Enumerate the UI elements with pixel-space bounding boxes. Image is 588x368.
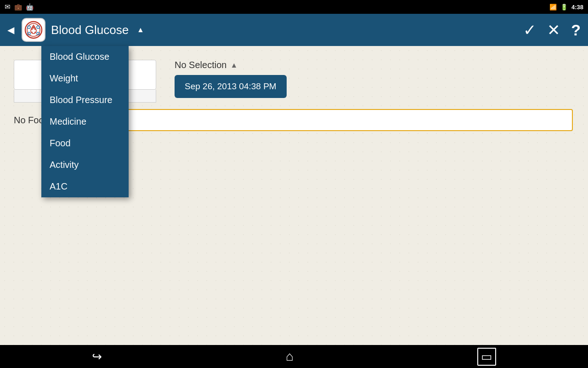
menu-item-blood-pressure[interactable]: Blood Pressure [41, 89, 129, 111]
status-bar: ✉ 💼 🤖 📶 🔋 4:38 [0, 0, 588, 14]
help-button[interactable]: ? [571, 21, 581, 39]
menu-item-food[interactable]: Food [41, 132, 129, 154]
mail-icon: ✉ [5, 3, 11, 11]
app-logo-svg [24, 21, 43, 39]
bottom-nav: ↩ ⌂ ▭ [0, 345, 588, 368]
app-bar-actions: ✓ ✕ ? [523, 21, 581, 39]
selection-section: No Selection ▲ Sep 26, 2013 04:38 PM [175, 60, 287, 98]
menu-item-activity[interactable]: Activity [41, 154, 129, 176]
nav-recents-button[interactable]: ▭ [477, 348, 496, 366]
confirm-button[interactable]: ✓ [523, 21, 536, 39]
back-arrow-icon[interactable]: ◀ [7, 24, 14, 35]
cancel-button[interactable]: ✕ [547, 21, 560, 39]
no-selection-text: No Selection [175, 60, 226, 70]
status-right-icons: 📶 🔋 4:38 [549, 4, 583, 11]
svg-rect-3 [31, 30, 36, 32]
app-icon [22, 18, 45, 42]
menu-item-weight[interactable]: Weight [41, 68, 129, 89]
nav-home-button[interactable]: ⌂ [286, 349, 294, 364]
briefcase-icon: 💼 [14, 3, 22, 11]
menu-item-blood-glucose[interactable]: Blood Glucose [41, 46, 129, 68]
selection-dropdown-arrow-icon[interactable]: ▲ [230, 61, 237, 69]
robot-icon: 🤖 [26, 3, 34, 11]
menu-item-a1c[interactable]: A1C [41, 176, 129, 197]
app-bar: ◀ Blood Glucose ▲ ✓ ✕ ? [0, 14, 588, 46]
wifi-icon: 📶 [549, 4, 557, 11]
notes-input[interactable] [54, 109, 573, 131]
title-dropdown-arrow-icon[interactable]: ▲ [137, 26, 144, 34]
dropdown-menu: Blood Glucose Weight Blood Pressure Medi… [41, 46, 129, 197]
date-time-button[interactable]: Sep 26, 2013 04:38 PM [175, 75, 287, 98]
status-left-icons: ✉ 💼 🤖 [5, 3, 34, 11]
app-bar-left: ◀ Blood Glucose ▲ [7, 18, 523, 42]
no-selection-row: No Selection ▲ [175, 60, 237, 70]
menu-item-medicine[interactable]: Medicine [41, 111, 129, 132]
battery-icon: 🔋 [560, 4, 568, 11]
nav-back-button[interactable]: ↩ [92, 350, 102, 364]
clock: 4:38 [571, 4, 583, 11]
app-title: Blood Glucose [51, 23, 129, 37]
